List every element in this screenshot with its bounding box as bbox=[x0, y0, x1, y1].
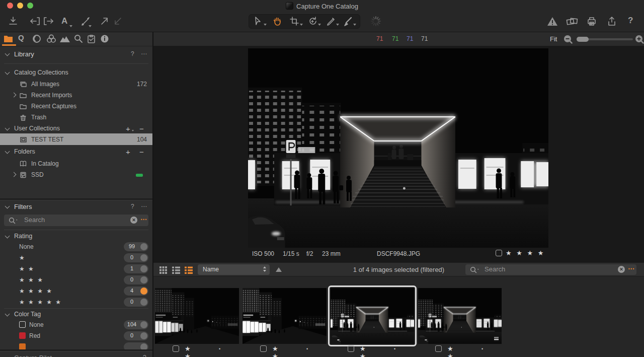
sidebar-item-recent-imports[interactable]: Recent Imports bbox=[0, 90, 152, 101]
rating-count-toggle[interactable]: 4 bbox=[124, 287, 148, 296]
toggle-knob[interactable] bbox=[140, 299, 147, 306]
select-checkbox[interactable] bbox=[173, 345, 179, 352]
rotate-tool-caret-icon[interactable] bbox=[318, 24, 321, 26]
brush-caret-icon[interactable] bbox=[89, 25, 92, 27]
capture-pilot-help-button[interactable]: ? bbox=[143, 354, 146, 357]
filter-rating-2[interactable]: ★ ★ 1 bbox=[0, 263, 152, 274]
filters-more-button[interactable]: ⋯ bbox=[141, 203, 147, 210]
expand-chevron-icon[interactable] bbox=[12, 172, 17, 177]
warning-icon[interactable] bbox=[546, 16, 558, 27]
clear-search-icon[interactable]: ✕ bbox=[618, 266, 625, 273]
color-tag-header[interactable]: Color Tag bbox=[0, 309, 152, 319]
add-folder-button[interactable]: + bbox=[126, 148, 130, 156]
filters-search-input[interactable] bbox=[23, 216, 126, 224]
zoom-mode-label[interactable]: Fit bbox=[550, 35, 557, 43]
rating-header[interactable]: Rating bbox=[0, 231, 152, 241]
add-collection-button[interactable]: + bbox=[126, 124, 130, 133]
tab-library-folder-icon[interactable] bbox=[3, 34, 15, 44]
color-tag-dot[interactable]: • bbox=[306, 346, 308, 351]
toggle-knob[interactable] bbox=[140, 332, 147, 339]
color-tag-dot[interactable]: • bbox=[394, 346, 395, 351]
filter-rating-3[interactable]: ★ ★ ★ 0 bbox=[0, 274, 152, 285]
select-checkbox[interactable] bbox=[435, 345, 442, 352]
toggle-knob[interactable] bbox=[140, 321, 147, 328]
tab-adjustments-icon[interactable] bbox=[86, 34, 98, 44]
tab-quick-icon[interactable]: Q bbox=[18, 33, 30, 43]
rating-count-toggle[interactable]: 0 bbox=[124, 275, 148, 284]
rating-count-toggle[interactable]: 0 bbox=[124, 298, 148, 307]
search-options-button[interactable]: ⋯ bbox=[628, 265, 635, 272]
sidebar-item-trash[interactable]: Trash bbox=[0, 112, 152, 123]
main-photo[interactable] bbox=[248, 48, 548, 248]
tab-metadata-icon[interactable] bbox=[100, 34, 112, 44]
filters-search-box[interactable]: ✕ ⋯ bbox=[4, 215, 148, 226]
browser-search-input[interactable] bbox=[484, 265, 611, 273]
select-tool-icon[interactable] bbox=[253, 16, 264, 27]
sidebar-item-ssd[interactable]: SSD bbox=[0, 169, 152, 180]
apply-adjustments-next-icon[interactable] bbox=[42, 15, 55, 27]
thumb-star-rating[interactable]: ★ ★ ★ ★ bbox=[447, 345, 455, 357]
toggle-knob-active[interactable] bbox=[140, 288, 147, 295]
collapse-chevron-icon[interactable] bbox=[5, 204, 10, 209]
catalog-collections-header[interactable]: Catalog Collections bbox=[0, 67, 152, 78]
tab-color-icon[interactable] bbox=[45, 34, 57, 44]
color-count-toggle[interactable]: 104 bbox=[124, 320, 148, 329]
apply-arrow-icon[interactable] bbox=[99, 15, 111, 27]
toggle-knob[interactable] bbox=[140, 276, 147, 283]
tab-styles-icon[interactable] bbox=[31, 34, 43, 44]
pick-color-tool-icon[interactable] bbox=[342, 16, 353, 27]
thumbnail-2[interactable] bbox=[243, 288, 327, 344]
thumb-star-rating[interactable]: ★ ★ ★ ★ bbox=[272, 345, 280, 357]
select-checkbox[interactable] bbox=[348, 345, 354, 352]
filter-color-red[interactable]: Red 0 bbox=[0, 330, 152, 341]
proof-images-icon[interactable] bbox=[566, 16, 579, 27]
help-icon[interactable]: ? bbox=[628, 16, 633, 26]
library-more-button[interactable]: ⋯ bbox=[141, 50, 147, 57]
thumb-star-rating[interactable]: ★ ★ ★ ★ bbox=[360, 345, 367, 357]
browser-search-box[interactable]: ✕ ⋯ bbox=[465, 264, 636, 275]
tab-details-icon[interactable] bbox=[73, 34, 85, 44]
print-icon[interactable] bbox=[586, 16, 598, 27]
collapse-chevron-icon[interactable] bbox=[5, 234, 10, 239]
thumbnail-3-selected[interactable] bbox=[328, 285, 417, 346]
crop-tool-caret-icon[interactable] bbox=[300, 24, 303, 26]
filter-rating-4[interactable]: ★ ★ ★ ★ 4 bbox=[0, 285, 152, 297]
color-count-toggle[interactable]: 0 bbox=[124, 331, 148, 340]
copy-adjustments-prev-icon[interactable] bbox=[28, 15, 41, 27]
pick-color-caret-icon[interactable] bbox=[353, 24, 356, 26]
annotations-icon[interactable]: A bbox=[61, 16, 67, 26]
sort-by-select[interactable]: Name bbox=[198, 264, 270, 275]
capture-pilot-header[interactable]: Capture Pilot ? bbox=[0, 352, 152, 357]
grid-view-icon[interactable] bbox=[159, 266, 168, 274]
library-header[interactable]: Library ? ⋯ bbox=[0, 49, 152, 59]
select-checkbox[interactable] bbox=[260, 345, 267, 352]
add-collection-caret-icon[interactable] bbox=[132, 130, 134, 131]
filters-help-button[interactable]: ? bbox=[131, 203, 134, 210]
thumbnail-1[interactable] bbox=[155, 288, 239, 344]
remove-folder-button[interactable]: − bbox=[139, 148, 144, 156]
rating-count-toggle[interactable]: 0 bbox=[124, 253, 148, 262]
toggle-knob[interactable] bbox=[140, 265, 147, 272]
user-collections-header[interactable]: User Collections + − bbox=[0, 123, 152, 133]
library-help-button[interactable]: ? bbox=[131, 50, 134, 57]
collapse-chevron-icon[interactable] bbox=[5, 126, 10, 131]
rating-count-toggle[interactable]: 99 bbox=[124, 242, 148, 251]
sidebar-item-recent-captures[interactable]: Recent Captures bbox=[0, 101, 152, 112]
zoom-slider-thumb[interactable] bbox=[577, 37, 589, 42]
filter-color-none[interactable]: None 104 bbox=[0, 319, 152, 330]
select-checkbox[interactable] bbox=[496, 250, 502, 256]
collapse-chevron-icon[interactable] bbox=[5, 355, 10, 357]
collapse-chevron-icon[interactable] bbox=[5, 51, 10, 56]
filters-header[interactable]: Filters ? ⋯ bbox=[0, 201, 152, 211]
list-view-icon[interactable] bbox=[172, 266, 181, 274]
filter-rating-5[interactable]: ★ ★ ★ ★ ★ 0 bbox=[0, 297, 152, 308]
thumbnail-4[interactable] bbox=[418, 288, 502, 344]
sidebar-item-in-catalog[interactable]: In Catalog bbox=[0, 158, 152, 169]
pan-tool-icon[interactable] bbox=[272, 16, 283, 27]
crop-tool-icon[interactable] bbox=[289, 16, 300, 27]
spot-tool-caret-icon[interactable] bbox=[336, 24, 339, 26]
rotate-tool-icon[interactable] bbox=[307, 16, 318, 27]
sidebar-item-all-images[interactable]: All Images 172 bbox=[0, 79, 152, 90]
tab-exposure-icon[interactable] bbox=[59, 34, 71, 44]
collapse-chevron-icon[interactable] bbox=[5, 312, 10, 317]
